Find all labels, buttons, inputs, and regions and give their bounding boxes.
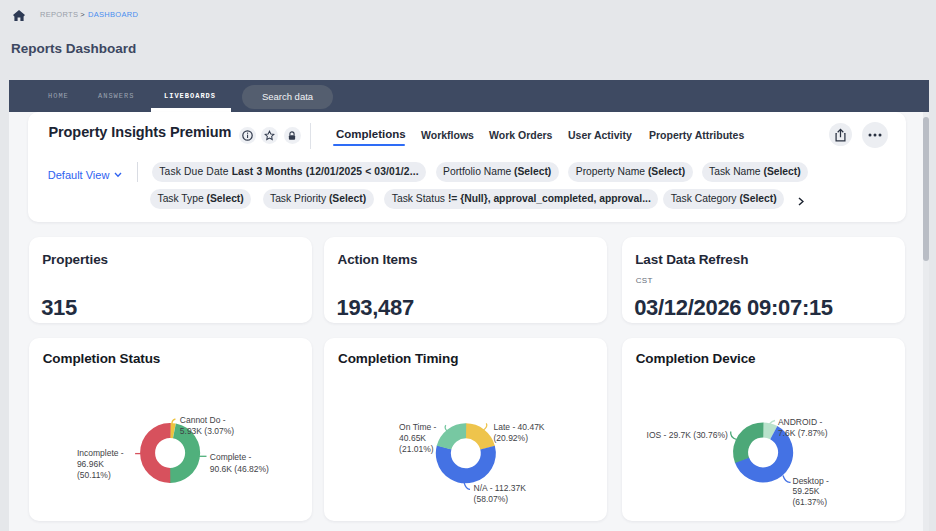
svg-text:Cannot Do -: Cannot Do - bbox=[179, 415, 225, 425]
svg-text:Late - 40.47K: Late - 40.47K bbox=[494, 422, 545, 432]
svg-text:N/A - 112.37K: N/A - 112.37K bbox=[474, 483, 527, 493]
svg-text:(61.37%): (61.37%) bbox=[792, 497, 827, 507]
svg-text:IOS - 29.7K (30.76%): IOS - 29.7K (30.76%) bbox=[646, 430, 727, 440]
svg-text:(50.11%): (50.11%) bbox=[77, 470, 111, 480]
svg-text:59.25K: 59.25K bbox=[792, 486, 819, 496]
svg-text:Desktop -: Desktop - bbox=[792, 476, 829, 486]
svg-text:40.65K: 40.65K bbox=[399, 433, 426, 443]
svg-text:96.96K: 96.96K bbox=[77, 459, 104, 469]
svg-text:(20.92%): (20.92%) bbox=[494, 433, 529, 443]
svg-text:Complete -: Complete - bbox=[209, 452, 251, 462]
svg-text:5.93K (3.07%): 5.93K (3.07%) bbox=[179, 426, 234, 436]
svg-text:(58.07%): (58.07%) bbox=[474, 494, 509, 504]
svg-text:(21.01%): (21.01%) bbox=[399, 444, 434, 454]
svg-text:7.6K (7.87%): 7.6K (7.87%) bbox=[778, 428, 828, 438]
svg-text:On Time -: On Time - bbox=[399, 422, 436, 432]
svg-text:ANDROID -: ANDROID - bbox=[778, 417, 823, 427]
svg-text:Incomplete -: Incomplete - bbox=[77, 448, 124, 458]
svg-text:90.6K (46.82%): 90.6K (46.82%) bbox=[209, 464, 268, 474]
